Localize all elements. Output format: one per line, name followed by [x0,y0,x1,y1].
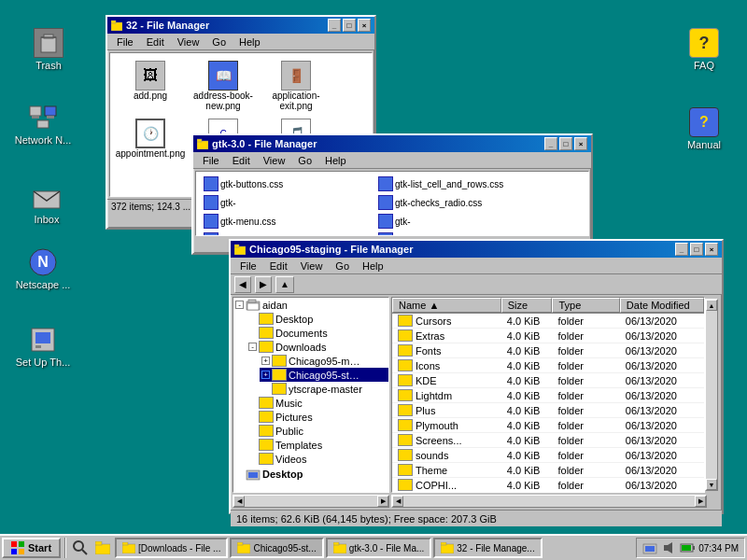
file-address-book[interactable]: 📖 address-book-new.png [190,61,256,111]
file-list-scrollbar[interactable]: ▲ ▼ [705,299,718,491]
desktop-icon-faq[interactable]: ? FAQ [674,28,734,71]
gtk-file-buttons[interactable]: gtk-buttons.css [200,175,373,192]
start-button[interactable]: Start [2,538,61,558]
menu-help[interactable]: Help [233,35,266,49]
file-row-plymouth[interactable]: Plymouth 4.0 KiB folder 06/13/2020 [392,418,704,433]
menu-go[interactable]: Go [206,35,232,49]
scroll-track[interactable] [706,311,717,479]
gtk-file-menu[interactable]: gtk-menu.css [200,213,373,230]
desktop-icon-inbox[interactable]: Inbox [17,182,77,225]
titlebar-fm-chicago[interactable]: Chicago95-staging - File Manager _ □ × [231,241,722,258]
minimize-button-gtk[interactable]: _ [544,137,557,150]
close-button[interactable]: × [358,19,371,32]
tree-item-music[interactable]: Music [247,396,388,410]
maximize-button-chicago[interactable]: □ [690,243,703,256]
gtk-file-notebooks[interactable]: gtk-notebooks.css [374,231,547,236]
col-header-type[interactable]: Type [552,298,619,313]
menu-view[interactable]: View [172,35,205,49]
desktop-icon-network[interactable]: Network N... [13,103,73,146]
file-row-theme[interactable]: Theme 4.0 KiB folder 06/13/2020 [392,463,704,478]
gtk-menu-file[interactable]: File [197,154,225,167]
tree-item-videos[interactable]: Videos [247,452,388,466]
menu-edit[interactable]: Edit [141,35,170,49]
expand-chicago-master[interactable]: + [261,357,270,365]
col-header-name[interactable]: Name ▲ [392,298,501,313]
tree-item-public[interactable]: Public [247,424,388,438]
scroll-up-arrow[interactable]: ▲ [706,300,717,311]
chicago-menu-go[interactable]: Go [330,259,355,273]
taskbar-btn-chicago[interactable]: Chicago95-st... [230,538,323,558]
file-row-cursors[interactable]: Cursors 4.0 KiB folder 06/13/2020 [392,314,704,329]
titlebar-fm-gtk[interactable]: gtk-3.0 - File Manager _ □ × [193,135,591,152]
tree-item-desktop-drive[interactable]: Desktop [233,466,388,483]
expand-chicago-staging[interactable]: + [261,371,270,379]
taskbar-icon-search[interactable] [70,538,91,558]
gtk-file-list-cell[interactable]: gtk-list_cell_and_rows.css [374,175,547,192]
toolbar-back[interactable]: ◀ [234,276,251,293]
tree-item-downloads[interactable]: - Downloads [247,340,388,354]
scroll-down-arrow[interactable]: ▼ [706,479,717,490]
expand-downloads[interactable]: - [248,343,257,351]
tree-scroll-left[interactable]: ◀ [233,496,245,507]
desktop-icon-manual[interactable]: ? Manual [674,107,734,150]
menu-file[interactable]: File [111,35,139,49]
gtk-file-partial2[interactable]: gtk- [374,213,547,230]
desktop-icon-netscape[interactable]: N Netscape ... [13,247,73,290]
gtk-file-checks[interactable]: gtk-checks_radio.css [374,194,547,211]
tree-scroll-right[interactable]: ▶ [377,496,388,507]
maximize-button[interactable]: □ [343,19,356,32]
minimize-button[interactable]: _ [328,19,341,32]
tree-item-aidan[interactable]: - aidan [233,298,388,312]
file-appointment[interactable]: 🕐 appointment.png [118,119,183,159]
col-header-size[interactable]: Size [501,298,553,313]
file-row-fonts[interactable]: Fonts 4.0 KiB folder 06/13/2020 [392,343,704,358]
gtk-file-combobox[interactable]: gtk-combobox.css [200,231,373,236]
file-add-png[interactable]: 🖼 add.png [118,61,183,111]
gtk-menu-help[interactable]: Help [319,154,352,167]
file-row-cophi[interactable]: COPHI... 4.0 KiB folder 06/13/2020 [392,478,704,492]
tree-item-chicago-staging[interactable]: + Chicago95-stagin... [260,368,388,382]
file-row-extras[interactable]: Extras 4.0 KiB folder 06/13/2020 [392,329,704,343]
file-row-plus[interactable]: Plus 4.0 KiB folder 06/13/2020 [392,403,704,418]
taskbar-btn-fm32[interactable]: 32 - File Manage... [433,538,542,558]
chicago-menu-file[interactable]: File [234,259,262,273]
chicago-menu-view[interactable]: View [295,259,329,273]
taskbar-icon-folder[interactable] [92,538,113,558]
tree-item-templates[interactable]: Templates [247,438,388,452]
gtk-file-partial1[interactable]: gtk- [200,194,373,211]
file-scroll-left[interactable]: ◀ [392,496,403,507]
titlebar-fm32[interactable]: 32 - File Manager _ □ × [107,17,374,34]
file-scroll-right[interactable]: ▶ [695,496,706,507]
file-row-sounds[interactable]: sounds 4.0 KiB folder 06/13/2020 [392,448,704,463]
toolbar-up[interactable]: ▲ [275,276,294,293]
file-scroll-track-h[interactable] [403,496,695,507]
close-button-chicago[interactable]: × [705,243,718,256]
desktop-icon-trash[interactable]: Trash [19,28,78,71]
tree-scroll-track-h[interactable] [245,496,377,507]
toolbar-forward[interactable]: ▶ [255,276,272,293]
gtk-menu-view[interactable]: View [258,154,291,167]
file-row-screens[interactable]: Screens... 4.0 KiB folder 06/13/2020 [392,433,704,448]
minimize-button-chicago[interactable]: _ [675,243,688,256]
tree-item-desktop1[interactable]: Desktop [247,312,388,326]
file-row-lightdm[interactable]: Lightdm 4.0 KiB folder 06/13/2020 [392,388,704,403]
taskbar: Start [Downloads - File ... Chicago95-st… [0,534,747,560]
taskbar-btn-gtk[interactable]: gtk-3.0 - File Ma... [326,538,432,558]
chicago-menu-edit[interactable]: Edit [264,259,293,273]
desktop-icon-setup[interactable]: Set Up Th... [13,325,73,368]
gtk-menu-go[interactable]: Go [292,154,317,167]
expand-aidan[interactable]: - [235,301,244,309]
tree-item-ytscrape[interactable]: ytscrape-master [260,382,388,396]
taskbar-btn-downloads[interactable]: [Downloads - File ... [115,538,228,558]
file-row-kde[interactable]: KDE 4.0 KiB folder 06/13/2020 [392,373,704,388]
maximize-button-gtk[interactable]: □ [559,137,572,150]
tree-item-pictures[interactable]: Pictures [247,410,388,424]
tree-item-chicago-master[interactable]: + Chicago95-maste... [260,354,388,368]
chicago-menu-help[interactable]: Help [357,259,389,273]
close-button-gtk[interactable]: × [574,137,587,150]
col-header-date[interactable]: Date Modified [620,298,704,313]
tree-item-documents[interactable]: Documents [247,326,388,340]
gtk-menu-edit[interactable]: Edit [227,154,256,167]
file-app-exit[interactable]: 🚪 application-exit.png [263,61,329,111]
file-row-icons[interactable]: Icons 4.0 KiB folder 06/13/2020 [392,358,704,373]
